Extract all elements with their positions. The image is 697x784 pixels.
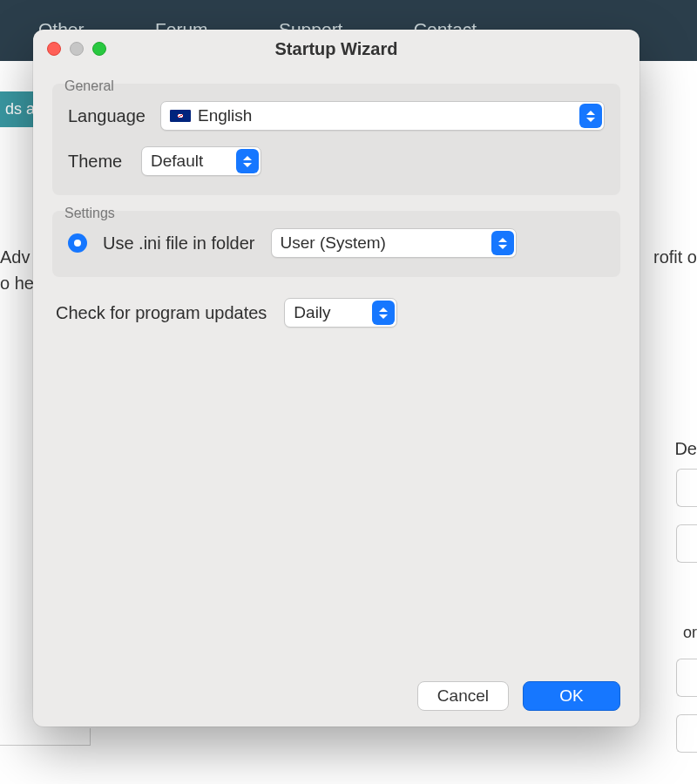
updates-value: Daily (294, 303, 330, 322)
chevron-up-down-icon (491, 231, 514, 255)
theme-value: Default (151, 152, 203, 171)
updates-select[interactable]: Daily (284, 298, 397, 328)
maximize-icon[interactable] (92, 42, 106, 56)
chevron-up-down-icon (372, 301, 395, 325)
background-inputs (676, 659, 697, 753)
background-inputs (676, 469, 697, 563)
titlebar[interactable]: Startup Wizard (33, 30, 639, 68)
language-label: Language (68, 106, 148, 126)
background-text: o he (0, 274, 34, 294)
general-group: Language English Theme Default (52, 84, 620, 195)
ini-folder-value: User (System) (281, 233, 386, 253)
background-label: De (674, 439, 697, 459)
cancel-button[interactable]: Cancel (417, 681, 509, 711)
general-legend: General (61, 78, 629, 94)
startup-wizard-window: Startup Wizard General Language English … (33, 30, 639, 727)
minimize-icon[interactable] (70, 42, 84, 56)
uk-flag-icon (170, 110, 191, 122)
language-value: English (198, 106, 252, 125)
settings-legend: Settings (61, 206, 629, 221)
chevron-up-down-icon (579, 104, 602, 128)
background-text: Adv (0, 247, 30, 267)
cancel-label: Cancel (437, 686, 489, 706)
ini-file-radio[interactable] (68, 233, 87, 253)
theme-label: Theme (68, 152, 129, 172)
window-title: Startup Wizard (275, 39, 398, 59)
updates-label: Check for program updates (56, 303, 267, 323)
ok-label: OK (559, 686, 583, 706)
background-text: rofit o (653, 247, 697, 267)
background-or: or (683, 624, 697, 642)
chevron-up-down-icon (236, 149, 259, 173)
theme-select[interactable]: Default (141, 146, 261, 176)
dialog-footer: Cancel OK (52, 671, 620, 711)
language-select[interactable]: English (160, 101, 605, 131)
close-icon[interactable] (47, 42, 61, 56)
ini-file-label: Use .ini file in folder (103, 233, 255, 253)
background-box (0, 728, 91, 746)
ok-button[interactable]: OK (523, 681, 620, 711)
ini-folder-select[interactable]: User (System) (271, 228, 517, 258)
window-controls (47, 42, 106, 56)
